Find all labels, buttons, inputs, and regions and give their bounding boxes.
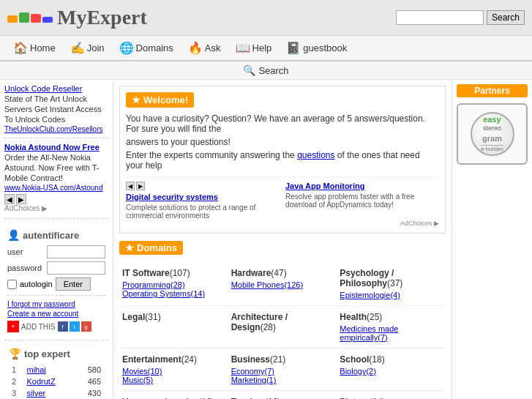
ad-block-2: Java App Monitoring Resolve app problems…	[285, 182, 439, 220]
welcome-text3: Enter the experts community answering th…	[126, 150, 439, 171]
main-layout: Unlock Code Reseller State of The Art Un…	[0, 80, 532, 399]
join-icon: ✍️	[70, 41, 85, 55]
domain-cell-tourism: Tourism(16)	[228, 391, 337, 399]
ask-icon: 🔥	[188, 41, 203, 55]
welcome-box: ★ Welcome! You have a curiosity? Questio…	[119, 86, 446, 234]
login-icon: 👤	[7, 229, 20, 241]
search-label: Search	[258, 65, 288, 76]
autologin-row: autologin Enter	[7, 277, 105, 291]
ad-next-arrow[interactable]: ▶	[16, 194, 26, 204]
domain-cell-legal: Legal(31)	[119, 306, 228, 348]
welcome-star-icon: ★	[132, 94, 141, 105]
ad-nokia-text1: Order the All-New Nokia	[4, 153, 108, 162]
domain-cell-school: School(18) Biology(2)	[337, 348, 446, 391]
trophy-icon: 🏆	[9, 348, 21, 359]
nav-home[interactable]: 🏠Home	[7, 39, 61, 57]
domain-link-movies[interactable]: Movies(10)	[122, 367, 225, 376]
domain-link-biology[interactable]: Biology(2)	[340, 367, 443, 376]
guestbook-icon: 📓	[286, 41, 301, 55]
addthis-icon[interactable]: +	[7, 321, 19, 332]
ad-strip: ◀ ▶ Digital security systems Complete so…	[126, 176, 439, 220]
ad2-desc: Resolve app problems faster with a free …	[285, 193, 439, 209]
ad-url-link[interactable]: TheUnlockClub.com/Resellors	[4, 125, 108, 133]
autologin-label: autologin	[20, 280, 53, 288]
ad1-next[interactable]: ▶	[136, 182, 145, 190]
domain-cell-picture: Picture(14)	[337, 391, 446, 399]
forgot-password-link[interactable]: I forgot my password	[7, 300, 105, 308]
partner-logo[interactable]: easy stereo gram e·builder	[457, 103, 528, 165]
questions-link[interactable]: questions	[297, 150, 334, 160]
ad-nokia-url[interactable]: www.Nokia-USA.com/Astound	[4, 184, 108, 192]
ad-block-1: ◀ ▶ Digital security systems Complete so…	[126, 182, 280, 220]
nav-help[interactable]: 📖Help	[230, 39, 278, 57]
login-title: 👤 autentificare	[7, 229, 105, 241]
domain-link-programming[interactable]: Programming(28)	[122, 280, 225, 289]
domains-section: ★ Domains IT Software(107) Programming(2…	[119, 241, 446, 399]
search-icon: 🔍	[243, 64, 255, 76]
domain-cell-entertainment: Entertainment(24) Movies(10) Music(5)	[119, 348, 228, 391]
addthis-label: ADD THIS	[21, 323, 56, 331]
domain-cell-it: IT Software(107) Programming(28) Operati…	[119, 262, 228, 306]
right-sidebar: Partners easy stereo gram e·builder	[452, 80, 532, 399]
nav-join[interactable]: ✍️Join	[64, 39, 110, 57]
top-expert-section: 🏆 top expert 1 mihai 580 2 KodrutZ 465 3…	[4, 345, 108, 399]
welcome-title: ★ Welcome!	[126, 92, 194, 108]
password-input[interactable]	[47, 261, 105, 275]
user-input[interactable]	[47, 245, 105, 258]
ad-title-link[interactable]: Unlock Code Reseller	[4, 84, 108, 93]
domain-cell-house: House and garden(16) Cuisine(9)	[119, 391, 228, 399]
sidebar-ad-section: Unlock Code Reseller State of The Art Un…	[4, 84, 108, 219]
domain-link-mobile[interactable]: Mobile Phones(126)	[231, 280, 334, 289]
domains-badge: ★ Domains	[119, 241, 183, 255]
domain-link-os[interactable]: Operating Systems(14)	[122, 289, 225, 298]
ad-text3: To Unlock Codes	[4, 115, 108, 124]
ad-prev-arrow[interactable]: ◀	[4, 194, 15, 204]
nav-ask[interactable]: 🔥Ask	[182, 39, 227, 57]
twitter-icon[interactable]: t	[70, 321, 80, 332]
logo-icon	[7, 12, 53, 23]
search-top-right: Search	[396, 10, 525, 25]
nav-domains[interactable]: 🌐Domains	[113, 39, 179, 57]
center-content: ★ Welcome! You have a curiosity? Questio…	[113, 80, 452, 399]
password-label: password	[7, 264, 44, 272]
welcome-text2: answers to your questions!	[126, 137, 439, 147]
domains-star-icon: ★	[125, 242, 134, 253]
ebuilder-text: e·builder	[481, 145, 503, 153]
domain-cell-architecture: Architecture / Design(28)	[228, 306, 337, 348]
domain-cell-psychology: Psychology / Philosophy(37) Epistemologi…	[337, 262, 446, 306]
header: MyExpert Search	[0, 0, 532, 36]
logo-area: MyExpert	[7, 6, 147, 29]
domain-link-marketing[interactable]: Marketing(1)	[231, 376, 334, 384]
ad-choices-label: AdChoices ▶	[4, 204, 108, 212]
logo-text: MyExpert	[57, 6, 147, 29]
partners-title: Partners	[457, 84, 528, 97]
search-bar: 🔍 Search	[0, 61, 532, 80]
ad-text1: State of The Art Unlock	[4, 94, 108, 103]
facebook-icon[interactable]: f	[58, 321, 68, 332]
domain-link-economy[interactable]: Economy(7)	[231, 367, 334, 376]
table-row: 1 mihai 580	[9, 364, 104, 376]
stereo-text: stereo	[481, 124, 503, 133]
gram-text: gram	[481, 133, 503, 143]
enter-button[interactable]: Enter	[56, 277, 91, 291]
domains-icon: 🌐	[119, 41, 134, 55]
ad1-prev[interactable]: ◀	[126, 182, 135, 190]
search-input[interactable]	[396, 10, 484, 25]
autologin-checkbox[interactable]	[7, 280, 17, 289]
domain-link-music[interactable]: Music(5)	[122, 376, 225, 384]
ad1-nav: ◀ ▶	[126, 182, 280, 190]
nav-guestbook[interactable]: 📓guestbook	[280, 39, 353, 57]
welcome-text1: You have a curiosity? Question? We have …	[126, 113, 439, 134]
login-password-row: password	[7, 261, 105, 275]
help-icon: 📖	[236, 41, 250, 55]
ad1-title[interactable]: Digital security systems	[126, 193, 280, 201]
domain-link-epistemologie[interactable]: Epistemologie(4)	[340, 291, 443, 299]
ad-nav-arrows: ◀ ▶	[4, 194, 108, 204]
search-button[interactable]: Search	[487, 10, 525, 25]
domain-cell-business: Business(21) Economy(7) Marketing(1)	[228, 348, 337, 391]
google-icon[interactable]: g	[81, 321, 91, 332]
domain-cell-health: Health(25) Medicines made empirically(7)	[337, 306, 446, 348]
create-account-link[interactable]: Create a new account	[7, 310, 105, 318]
ad2-title[interactable]: Java App Monitoring	[285, 182, 439, 190]
domain-link-medicines[interactable]: Medicines made empirically(7)	[340, 324, 443, 342]
